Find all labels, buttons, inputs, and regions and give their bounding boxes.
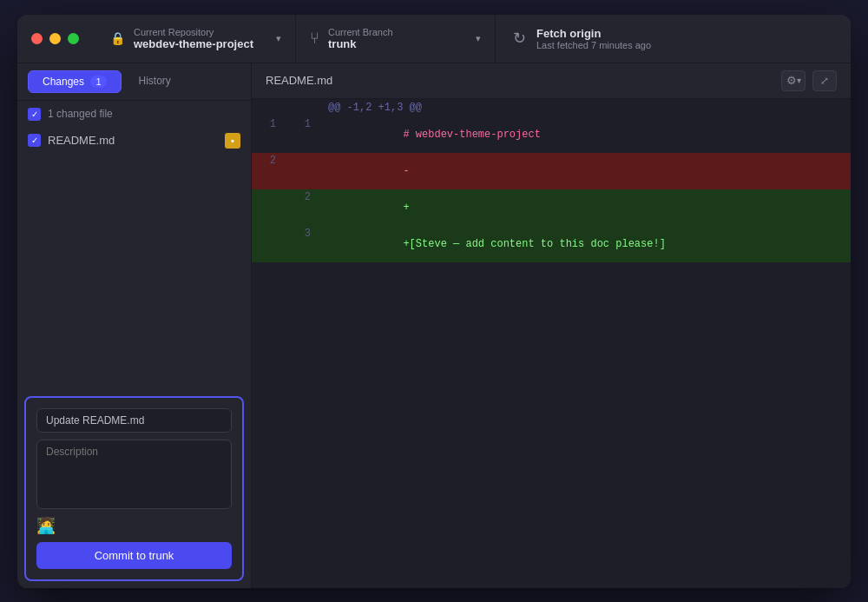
branch-section[interactable]: ⑂ Current Branch trunk ▾ (296, 15, 496, 63)
diff-hunk-header: @@ -1,2 +1,3 @@ (252, 99, 851, 116)
expand-button[interactable]: ⤢ (812, 70, 837, 91)
line-num-new-3: 2 (286, 189, 321, 226)
line-num-new-4: 3 (286, 226, 321, 262)
fetch-subtitle: Last fetched 7 minutes ago (536, 40, 651, 50)
line-content-4: +[Steve — add content to this doc please… (321, 226, 851, 262)
refresh-icon: ↻ (513, 29, 526, 48)
line-num-old-1: 1 (252, 116, 286, 153)
minimize-button[interactable] (49, 33, 61, 44)
repo-chevron-icon: ▾ (276, 33, 281, 44)
line-num-new-2 (286, 153, 321, 189)
add-coauthor-icon[interactable]: 🧑‍💻 (36, 516, 56, 535)
branch-name: trunk (328, 37, 393, 50)
line-num-new-1: 1 (286, 116, 321, 153)
line-content-3: + (321, 189, 851, 226)
commit-bottom: 🧑‍💻 (36, 516, 232, 535)
branch-label: Current Branch (328, 27, 393, 37)
line-content-2: - (321, 153, 851, 189)
diff-line-3: 2 + (252, 189, 851, 226)
diff-actions: ⚙ ▾ ⤢ (781, 70, 837, 91)
diff-content: @@ -1,2 +1,3 @@ 1 1 # webdev-theme-proje… (252, 99, 851, 588)
changed-files-header: ✓ 1 changed file (17, 101, 251, 128)
line-num-old-4 (252, 226, 286, 262)
maximize-button[interactable] (68, 33, 79, 44)
branch-icon: ⑂ (310, 30, 319, 48)
file-item-readme[interactable]: ✓ README.md • (17, 128, 251, 154)
line-num-old-3 (252, 189, 286, 226)
hunk-header-text: @@ -1,2 +1,3 @@ (321, 102, 422, 114)
commit-summary-input[interactable] (36, 408, 232, 433)
diff-line-1: 1 1 # webdev-theme-project (252, 116, 851, 153)
repo-name: webdev-theme-project (134, 37, 253, 50)
diff-line-2: 2 - (252, 153, 851, 189)
diff-line-4: 3 +[Steve — add content to this doc plea… (252, 226, 851, 262)
file-name: README.md (48, 134, 115, 147)
line-content-1: # webdev-theme-project (321, 116, 851, 153)
commit-area: 🧑‍💻 Commit to trunk (24, 396, 244, 581)
tab-changes[interactable]: Changes 1 (28, 70, 122, 93)
sidebar-tabs: Changes 1 History (17, 63, 251, 101)
fetch-title: Fetch origin (536, 27, 651, 40)
main-window: 🔒 Current Repository webdev-theme-projec… (17, 15, 851, 588)
tab-history[interactable]: History (125, 70, 185, 93)
diff-filename: README.md (266, 74, 332, 87)
main-content: Changes 1 History ✓ 1 changed file ✓ REA… (17, 63, 851, 588)
traffic-lights (31, 33, 79, 44)
branch-chevron-icon: ▾ (476, 33, 481, 44)
file-checkbox[interactable]: ✓ (28, 134, 41, 147)
lock-icon: 🔒 (110, 31, 125, 45)
gear-icon: ⚙ (786, 74, 797, 87)
file-modified-badge: • (225, 133, 240, 149)
gear-chevron-icon: ▾ (797, 76, 801, 85)
commit-description-input[interactable] (36, 440, 232, 509)
line-num-old-2: 2 (252, 153, 286, 189)
fetch-section[interactable]: ↻ Fetch origin Last fetched 7 minutes ag… (496, 27, 668, 50)
sidebar: Changes 1 History ✓ 1 changed file ✓ REA… (17, 63, 252, 588)
commit-button[interactable]: Commit to trunk (36, 542, 232, 569)
close-button[interactable] (31, 33, 43, 44)
diff-panel: README.md ⚙ ▾ ⤢ @@ -1,2 +1,3 @@ (252, 63, 851, 588)
diff-header: README.md ⚙ ▾ ⤢ (252, 63, 851, 99)
select-all-checkbox[interactable]: ✓ (28, 108, 41, 121)
gear-button[interactable]: ⚙ ▾ (781, 70, 806, 91)
repo-section[interactable]: 🔒 Current Repository webdev-theme-projec… (96, 15, 296, 63)
expand-icon: ⤢ (820, 75, 829, 87)
sidebar-spacer (17, 154, 251, 389)
titlebar: 🔒 Current Repository webdev-theme-projec… (17, 15, 851, 63)
repo-label: Current Repository (134, 27, 253, 37)
changed-files-count: 1 changed file (48, 108, 113, 120)
